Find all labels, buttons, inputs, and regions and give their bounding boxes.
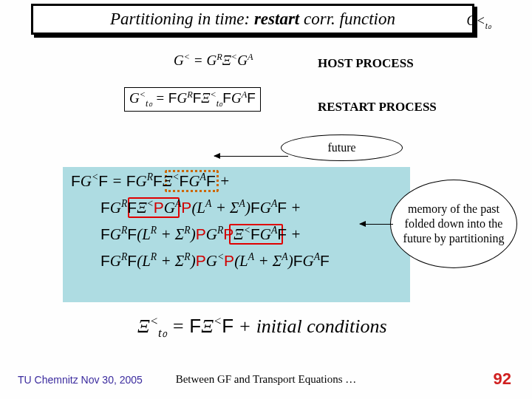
future-arrow: [214, 156, 288, 157]
memory-arrow: [360, 224, 393, 225]
title-post: corr. function: [299, 10, 395, 28]
page-number: 92: [494, 369, 511, 389]
restart-label: RESTART PROCESS: [318, 100, 437, 115]
host-label: HOST PROCESS: [318, 56, 414, 71]
memory-text: memory of the past folded down into the …: [397, 202, 511, 246]
bottom-equation: Ξ<t₀ = FΞ<F + initial conditions: [137, 314, 387, 341]
eq-line-4: FGRF(LR + ΣR)PG<P(LA + ΣA)FGAF: [100, 251, 330, 270]
slide-title: Partitioning in time: restart corr. func…: [31, 4, 474, 35]
title-symbol: G<t₀: [467, 13, 491, 31]
future-label: future: [327, 141, 355, 154]
memory-callout: memory of the past folded down into the …: [390, 180, 517, 268]
eq-line-2: FGRFΞ<PGAP(LA + ΣA)FGAF +: [100, 198, 301, 217]
restart-equation: G<t₀ = FGRFΞ<t₀FGAF: [124, 87, 261, 112]
footer-title: Between GF and Transport Equations …: [0, 373, 532, 386]
eq-line-1: FG<F = FGRFΞ<FGAF +: [71, 171, 230, 191]
title-pre: Partitioning in time:: [110, 10, 254, 28]
title-bold: restart: [254, 10, 299, 28]
eq-line-3: FGRF(LR + ΣR)PGRPΞ<FGAF +: [100, 225, 301, 244]
future-callout: future: [281, 134, 403, 161]
host-equation: G< = GRΞ<GA: [174, 52, 253, 69]
